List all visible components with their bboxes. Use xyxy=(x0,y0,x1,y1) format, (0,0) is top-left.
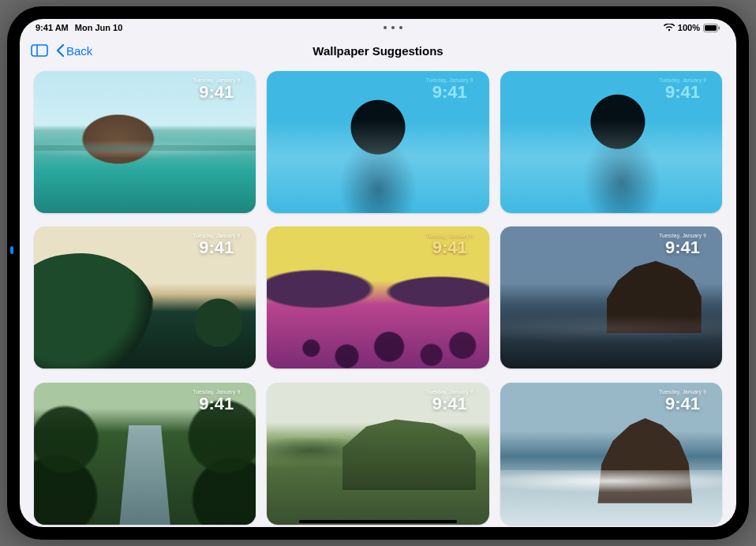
status-date: Mon Jun 10 xyxy=(75,23,123,32)
page-title: Wallpaper Suggestions xyxy=(20,44,736,58)
wallpaper-tile-mountain-lagoon[interactable]: Tuesday, January 99:41 xyxy=(34,71,256,213)
status-time: 9:41 AM xyxy=(36,23,69,32)
lockscreen-clock-overlay: Tuesday, January 99:41 xyxy=(193,233,240,256)
wallpaper-tile-sea-rock-surf[interactable]: Tuesday, January 99:41 xyxy=(500,383,722,525)
wallpaper-tile-jungle-stream[interactable]: Tuesday, January 99:41 xyxy=(34,383,256,525)
lockscreen-date: Tuesday, January 9 xyxy=(426,233,473,238)
ipad-frame: 9:41 AM Mon Jun 10 100% xyxy=(7,6,749,540)
lockscreen-clock-overlay: Tuesday, January 99:41 xyxy=(426,233,473,256)
lockscreen-time: 9:41 xyxy=(193,239,240,256)
lockscreen-date: Tuesday, January 9 xyxy=(426,77,473,83)
lockscreen-time: 9:41 xyxy=(426,239,473,256)
nav-bar: Back Wallpaper Suggestions xyxy=(20,36,736,65)
svg-rect-1 xyxy=(705,25,717,31)
svg-rect-2 xyxy=(719,26,720,29)
lockscreen-clock-overlay: Tuesday, January 99:41 xyxy=(193,389,240,413)
back-label: Back xyxy=(66,44,92,58)
lockscreen-time: 9:41 xyxy=(659,239,706,256)
screen: 9:41 AM Mon Jun 10 100% xyxy=(20,19,736,527)
chevron-left-icon xyxy=(56,44,65,57)
lockscreen-clock-overlay: Tuesday, January 99:41 xyxy=(659,233,706,256)
wallpaper-tile-portrait-cyan-2[interactable]: Tuesday, January 99:41 xyxy=(500,71,722,213)
lockscreen-time: 9:41 xyxy=(426,395,473,413)
lockscreen-date: Tuesday, January 9 xyxy=(659,77,706,83)
wallpaper-tile-sea-stack-dark[interactable]: Tuesday, January 99:41 xyxy=(500,226,722,368)
status-left: 9:41 AM Mon Jun 10 xyxy=(36,23,122,32)
lockscreen-clock-overlay: Tuesday, January 99:41 xyxy=(426,77,473,101)
lockscreen-clock-overlay: Tuesday, January 99:41 xyxy=(193,77,240,101)
lockscreen-time: 9:41 xyxy=(659,395,706,413)
multitask-dots-icon[interactable] xyxy=(384,26,402,29)
lockscreen-time: 9:41 xyxy=(659,84,706,101)
lockscreen-time: 9:41 xyxy=(193,395,240,413)
lockscreen-date: Tuesday, January 9 xyxy=(426,389,473,395)
lockscreen-date: Tuesday, January 9 xyxy=(193,77,240,83)
lockscreen-date: Tuesday, January 9 xyxy=(659,233,706,238)
lockscreen-date: Tuesday, January 9 xyxy=(659,389,706,395)
status-bar: 9:41 AM Mon Jun 10 100% xyxy=(20,19,736,36)
back-button[interactable]: Back xyxy=(56,44,92,58)
wifi-icon xyxy=(664,24,675,32)
lockscreen-time: 9:41 xyxy=(426,84,473,101)
lockscreen-clock-overlay: Tuesday, January 99:41 xyxy=(426,389,473,413)
wallpaper-tile-highlands-cliff[interactable]: Tuesday, January 99:41 xyxy=(267,383,488,525)
lockscreen-date: Tuesday, January 9 xyxy=(193,233,240,238)
svg-rect-3 xyxy=(32,45,47,56)
lockscreen-time: 9:41 xyxy=(193,84,240,101)
bezel-indicator xyxy=(10,246,13,254)
sidebar-toggle-button[interactable] xyxy=(29,43,50,58)
battery-icon xyxy=(703,24,720,32)
home-indicator[interactable] xyxy=(299,520,457,523)
lockscreen-clock-overlay: Tuesday, January 99:41 xyxy=(659,389,706,413)
wallpaper-tile-portrait-cyan-1[interactable]: Tuesday, January 99:41 xyxy=(267,71,488,213)
wallpaper-grid: Tuesday, January 99:41Tuesday, January 9… xyxy=(20,65,736,527)
status-right: 100% xyxy=(664,23,720,32)
wallpaper-tile-beach-duotone[interactable]: Tuesday, January 99:41 xyxy=(267,226,488,368)
lockscreen-date: Tuesday, January 9 xyxy=(193,389,240,395)
wallpaper-tile-cliff-greenery[interactable]: Tuesday, January 99:41 xyxy=(34,226,256,368)
lockscreen-clock-overlay: Tuesday, January 99:41 xyxy=(659,77,706,101)
battery-percent: 100% xyxy=(678,23,700,32)
